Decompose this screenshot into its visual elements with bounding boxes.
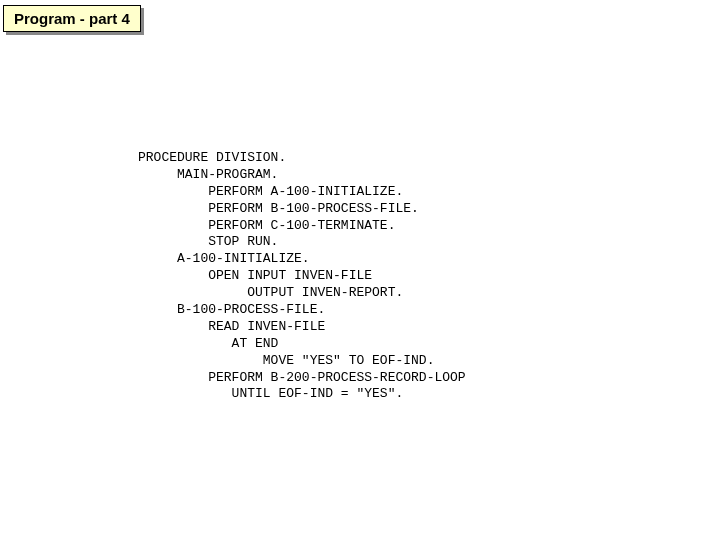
code-block: PROCEDURE DIVISION. MAIN-PROGRAM. PERFOR… [138, 150, 466, 403]
slide-title: Program - part 4 [14, 10, 130, 27]
slide-title-box: Program - part 4 [3, 5, 141, 32]
